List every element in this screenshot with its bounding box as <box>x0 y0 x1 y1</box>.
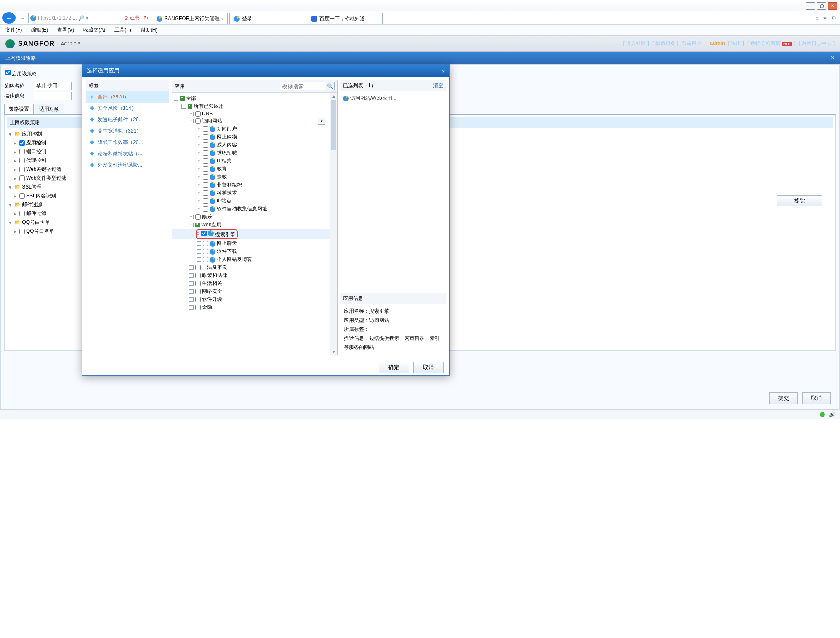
tree-checkbox[interactable] <box>195 111 201 117</box>
tree-checkbox[interactable] <box>195 297 201 302</box>
modal-ok-button[interactable]: 确定 <box>379 362 409 373</box>
tree-checkbox[interactable] <box>195 289 201 294</box>
tree-checkbox[interactable] <box>203 166 208 172</box>
app-tree-node[interactable]: 软件下载 <box>172 247 330 255</box>
tag-item[interactable]: 发送电子邮件（26... <box>86 114 169 125</box>
app-tree-node[interactable]: 网上聊天 <box>172 239 330 247</box>
tab-policy-settings[interactable]: 策略设置 <box>4 104 34 114</box>
cancel-button[interactable]: 取消 <box>802 392 831 404</box>
scroll-up-icon[interactable]: ▴ <box>330 93 337 99</box>
window-minimize-button[interactable]: — <box>806 2 815 10</box>
app-tree-node[interactable]: 网上购物 <box>172 133 330 141</box>
search-icon[interactable]: 🔍 <box>326 82 335 90</box>
modal-cancel-button[interactable]: 取消 <box>413 362 444 373</box>
tree-toggle-icon[interactable] <box>197 151 201 155</box>
tree-toggle-icon[interactable] <box>197 207 201 211</box>
tree-checkbox[interactable] <box>201 231 207 236</box>
checkbox-partial-icon[interactable] <box>188 104 192 109</box>
app-tree-node[interactable]: 宗教 <box>172 173 330 181</box>
tree-checkbox[interactable] <box>203 142 208 148</box>
tree-checkbox[interactable] <box>195 265 201 270</box>
enable-policy-checkbox[interactable] <box>5 70 11 75</box>
forward-button[interactable]: → <box>17 11 27 24</box>
app-tree-node[interactable]: 生活相关 <box>172 279 330 287</box>
tree-toggle-icon[interactable] <box>189 265 194 270</box>
tree-checkbox[interactable] <box>203 206 208 212</box>
app-tree-node[interactable]: DNS <box>172 110 330 117</box>
policy-name-input[interactable] <box>34 82 72 90</box>
tree-checkbox[interactable] <box>203 249 208 254</box>
app-tree-node[interactable]: Web应用 <box>172 221 330 229</box>
policy-desc-input[interactable] <box>34 92 72 100</box>
tree-checkbox[interactable] <box>203 134 208 140</box>
tree-toggle-icon[interactable] <box>189 305 194 310</box>
cert-error-badge[interactable]: 证书... ↻ <box>124 14 148 21</box>
tree-toggle-icon[interactable] <box>197 159 201 163</box>
app-tree-node[interactable]: 教育 <box>172 165 330 173</box>
tree-toggle-icon[interactable] <box>197 199 201 203</box>
tree-toggle-icon[interactable] <box>197 249 201 254</box>
tree-toggle-icon[interactable] <box>197 135 201 139</box>
tree-checkbox[interactable] <box>203 174 208 180</box>
tree-toggle-icon[interactable] <box>197 241 201 246</box>
sound-icon[interactable]: 🔊 <box>829 412 835 417</box>
tree-toggle-icon[interactable] <box>174 96 178 101</box>
tab-baidu[interactable]: 百度一下，你就知道 <box>307 13 383 24</box>
tree-toggle-icon[interactable] <box>197 175 201 179</box>
tree-checkbox[interactable] <box>195 214 201 220</box>
app-tree-node[interactable]: 所有已知应用 <box>172 102 330 110</box>
checkbox-partial-icon[interactable] <box>195 223 200 227</box>
clear-link[interactable]: 清空 <box>433 82 443 89</box>
tree-toggle-icon[interactable] <box>189 281 194 286</box>
tab-close-icon[interactable]: × <box>220 16 223 22</box>
tree-toggle-icon[interactable] <box>189 119 194 123</box>
tree-toggle-icon[interactable] <box>197 183 201 187</box>
tree-checkbox[interactable] <box>195 281 201 286</box>
app-search-input[interactable] <box>280 82 326 90</box>
app-tree-node[interactable]: 娱乐 <box>172 213 330 221</box>
tree-checkbox[interactable] <box>203 182 208 188</box>
tree-toggle-icon[interactable] <box>197 232 199 237</box>
app-tree-node[interactable]: 非法及不良 <box>172 263 330 271</box>
policy-close-icon[interactable]: × <box>831 54 835 62</box>
scroll-down-icon[interactable]: ▾ <box>330 348 337 355</box>
home-icon[interactable]: ⌂ <box>816 15 819 21</box>
tree-toggle-icon[interactable] <box>189 223 194 227</box>
app-tree-node[interactable]: 软件自动收集信息网址 <box>172 205 330 213</box>
app-tree-node[interactable]: 金融 <box>172 303 330 311</box>
app-tree-node[interactable]: IT相关 <box>172 157 330 165</box>
tag-item[interactable]: 安全风险（134） <box>86 103 169 114</box>
tree-toggle-icon[interactable] <box>197 143 201 147</box>
link-store[interactable]: [ 数据分析商店 HOT ] <box>747 40 795 47</box>
remove-button[interactable]: 移除 <box>777 195 822 206</box>
app-tree-node[interactable]: 网络安全 <box>172 287 330 295</box>
menu-tools[interactable]: 工具(T) <box>112 25 133 35</box>
menu-view[interactable]: 查看(V) <box>55 25 77 35</box>
menu-favorites[interactable]: 收藏夹(A) <box>81 25 108 35</box>
menu-edit[interactable]: 编辑(E) <box>29 25 51 35</box>
tree-checkbox[interactable] <box>195 305 201 310</box>
app-tree[interactable]: 全部所有已知应用DNS访问网站▾新闻门户网上购物成人内容求职招聘IT相关教育宗教… <box>172 93 330 355</box>
tree-checkbox[interactable] <box>203 257 208 262</box>
tree-checkbox[interactable] <box>195 118 201 124</box>
tree-toggle-icon[interactable] <box>181 104 186 109</box>
submit-button[interactable]: 提交 <box>769 392 798 404</box>
tree-toggle-icon[interactable] <box>189 215 194 219</box>
link-vas[interactable]: [ 增值服务 ] <box>652 40 678 47</box>
tag-item[interactable]: 外发文件泄密风险... <box>86 160 169 171</box>
tag-item[interactable]: 论坛和微博发帖（... <box>86 148 169 160</box>
tree-checkbox[interactable] <box>203 190 208 196</box>
tag-item[interactable]: 全部（2970） <box>86 91 169 103</box>
app-tree-node[interactable]: 访问网站▾ <box>172 117 330 125</box>
tab-apply-target[interactable]: 适用对象 <box>35 104 64 114</box>
link-community[interactable]: [ 进入社区 ] <box>623 40 649 47</box>
app-tree-node[interactable]: 软件升级 <box>172 295 330 303</box>
app-tree-node[interactable]: 非营利组织 <box>172 181 330 189</box>
link-logout[interactable]: [ 退出 ] <box>728 40 744 47</box>
tree-toggle-icon[interactable] <box>197 127 201 131</box>
tree-checkbox[interactable] <box>195 273 201 278</box>
tree-toggle-icon[interactable] <box>189 112 194 116</box>
tree-checkbox[interactable] <box>203 158 208 164</box>
tag-item[interactable]: 高带宽消耗（321） <box>86 125 169 137</box>
tree-toggle-icon[interactable] <box>197 191 201 195</box>
